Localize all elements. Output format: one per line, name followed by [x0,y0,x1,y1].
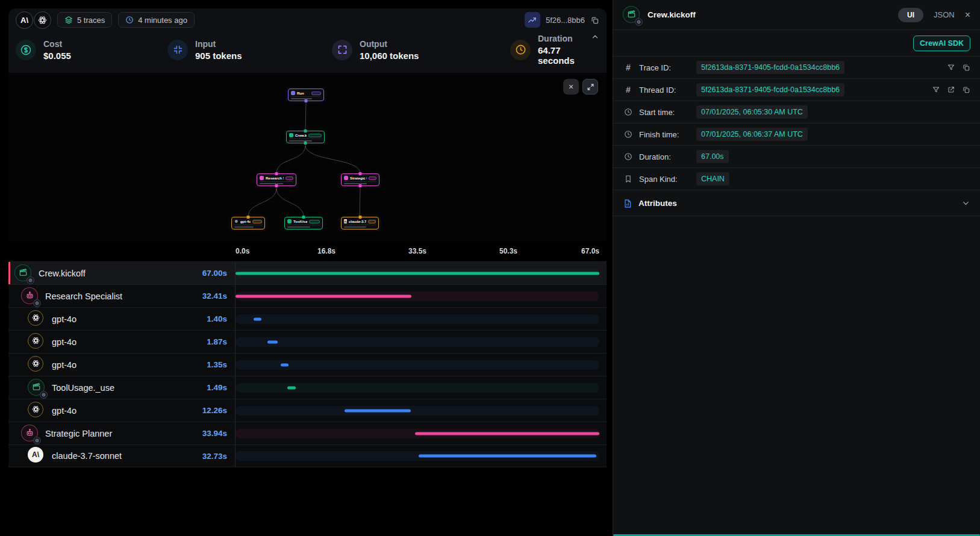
close-panel-icon[interactable]: × [965,10,970,20]
graph-node[interactable]: A\claude-3.7-sonnet [341,217,379,229]
detail-value[interactable]: CHAIN [696,172,729,185]
timeline-row[interactable]: Crew.kickoff 67.00s [8,261,607,284]
copy-icon[interactable] [962,63,970,72]
hash-icon: # [623,85,634,95]
node-title: Research Speciali... [266,176,284,180]
span-track[interactable] [236,354,599,376]
timeline-row[interactable]: A\ claude-3.7-sonnet 32.73s [8,444,607,467]
span-bar[interactable] [267,340,278,343]
traces-count-badge[interactable]: 5 traces [57,12,112,28]
span-duration: 1.40s [207,314,235,323]
detail-value[interactable]: 5f2613da-8371-9405-fcdd-0a1534cc8bb6 [696,83,844,96]
trace-page: A\ 5 traces 4 minutes ago 5f26...8bb6 [0,0,980,536]
graph-node[interactable]: ToolUsage._use [284,217,323,229]
graph-node[interactable]: Strategic Planner [341,173,379,186]
node-badge [308,134,322,137]
span-duration: 12.26s [202,406,235,415]
graph-node[interactable]: gpt-4o [231,217,265,229]
attributes-section[interactable]: Attributes [613,191,980,216]
span-bar[interactable] [281,363,289,366]
detail-value[interactable]: 07/01/2025, 06:06:37 AM UTC [696,128,808,141]
span-track[interactable] [236,331,599,353]
span-track[interactable] [236,285,599,307]
span-label: Strategic Planner [45,429,112,438]
node-handle [305,99,308,102]
openai-icon [28,356,46,374]
filter-icon[interactable] [947,63,955,72]
trace-header: A\ 5 traces 4 minutes ago 5f26...8bb6 [8,8,607,31]
detail-value[interactable]: 67.00s [696,150,729,163]
axis-tick: 67.0s [581,247,599,255]
span-duration: 67.00s [202,269,235,278]
node-handle [275,172,278,175]
span-bar[interactable] [345,409,411,412]
bookmark-icon [623,175,634,183]
time-axis: 0.0s16.8s33.5s50.3s67.0s [236,246,599,261]
graph-node[interactable]: Run [288,89,324,101]
collapse-stats-chevron-icon[interactable] [591,33,599,41]
node-badge [369,176,376,180]
stat-cost: Cost $0.055 [16,34,167,66]
node-title: Strategic Planner [350,176,367,180]
node-title: gpt-4o [240,220,251,223]
stat-value: 905 tokens [195,51,242,61]
span-track[interactable] [236,445,599,467]
span-track[interactable] [236,399,599,422]
span-label: gpt-4o [52,360,76,370]
stat-value: $0.055 [43,51,71,61]
span-track[interactable] [236,262,599,284]
stat-duration: Duration 64.77 seconds [510,34,599,66]
timeline-row[interactable]: gpt-4o 1.35s [8,353,607,376]
timeline-row[interactable]: ToolUsage._use 1.49s [8,376,607,399]
span-bar[interactable] [415,432,599,435]
trace-graph[interactable]: Run Crew.kickoff Research Speciali... St… [8,73,607,242]
external-icon[interactable] [947,86,955,94]
graph-expand-button[interactable] [582,79,598,95]
copy-icon[interactable] [590,16,599,25]
anthropic-icon: A\ [28,447,46,465]
span-duration: 33.94s [202,429,235,438]
detail-value[interactable]: 5f2613da-8371-9405-fcdd-0a1534cc8bb6 [696,61,844,74]
node-handle [358,216,361,219]
openai-icon [28,333,46,351]
detail-row: Span Kind: CHAIN [613,168,980,190]
timeline-row[interactable]: Strategic Planner 33.94s [8,422,607,444]
timeline-row[interactable]: Research Specialist 32.41s [8,284,607,307]
attributes-chevron-down-icon[interactable] [961,199,970,208]
stat-label: Duration [538,34,599,43]
trend-button[interactable] [525,12,540,28]
filter-icon[interactable] [932,86,940,94]
span-bar[interactable] [236,272,599,275]
node-badge [309,220,320,223]
span-bar[interactable] [254,317,261,320]
span-duration: 1.35s [207,360,235,369]
detail-label: Finish time: [639,130,691,139]
copy-icon[interactable] [962,86,970,94]
stat-label: Output [360,39,419,49]
span-track[interactable] [236,376,599,399]
tab-json[interactable]: JSON [934,10,955,19]
traces-count-label: 5 traces [77,16,105,25]
crewai-sub-badge-icon [33,437,41,444]
graph-close-button[interactable]: × [563,79,579,95]
span-label: ToolUsage._use [52,383,114,393]
trace-card: A\ 5 traces 4 minutes ago 5f26...8bb6 [8,8,607,242]
track-tint [236,406,599,416]
graph-node[interactable]: Research Speciali... [257,173,296,186]
span-bar[interactable] [236,294,411,298]
timeline-row[interactable]: gpt-4o 1.40s [8,307,607,330]
span-track[interactable] [236,308,599,330]
clock-icon [623,152,634,161]
graph-node[interactable]: Crew.kickoff [286,131,325,143]
span-track[interactable] [236,422,599,444]
time-ago-badge[interactable]: 4 minutes ago [118,12,195,28]
stats-row: Cost $0.055 Input 905 tokens Output 10,0… [8,31,607,73]
timeline-row[interactable]: gpt-4o 12.26s [8,399,607,422]
span-bar[interactable] [287,386,296,389]
tab-ui[interactable]: UI [898,8,923,22]
axis-tick: 16.8s [317,247,336,255]
detail-value[interactable]: 07/01/2025, 06:05:30 AM UTC [696,105,808,119]
timeline-row[interactable]: gpt-4o 1.87s [8,330,607,353]
tool-icon [28,379,46,397]
span-bar[interactable] [419,455,596,458]
